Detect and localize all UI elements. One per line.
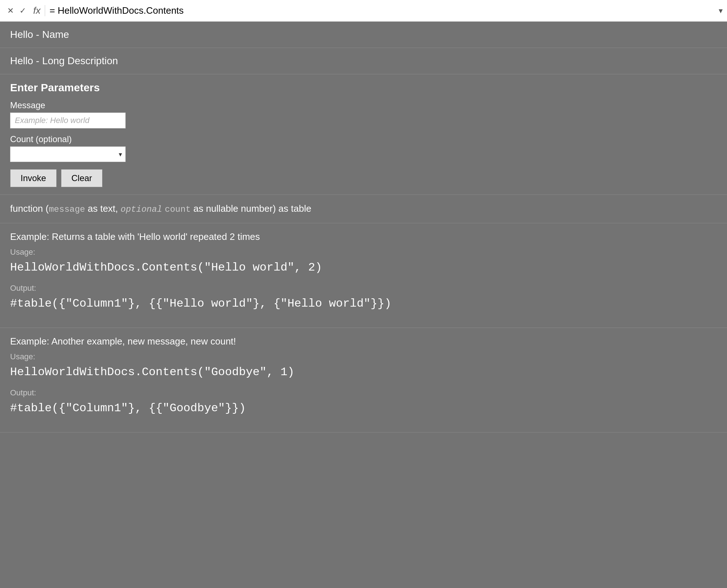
- cancel-button[interactable]: ✕: [4, 5, 17, 17]
- example2-title: Example: Another example, new message, n…: [10, 336, 717, 347]
- example1-usage-label: Usage:: [10, 247, 717, 257]
- example1-title: Example: Returns a table with 'Hello wor…: [10, 231, 717, 242]
- formula-input[interactable]: [49, 5, 719, 16]
- example2-section: Example: Another example, new message, n…: [0, 328, 727, 433]
- signature-param2-name: count: [165, 205, 191, 214]
- count-select-wrapper: ▾: [10, 146, 126, 162]
- formula-dropdown-icon[interactable]: ▾: [719, 6, 723, 16]
- signature-param2-space: [162, 203, 165, 214]
- signature-param1-name: message: [49, 205, 85, 214]
- name-section: Hello - Name: [0, 22, 727, 48]
- clear-button[interactable]: Clear: [61, 169, 103, 187]
- example1-section: Example: Returns a table with 'Hello wor…: [0, 223, 727, 328]
- confirm-button[interactable]: ✓: [17, 5, 29, 17]
- fx-label: fx: [33, 5, 45, 16]
- example1-usage-code: HelloWorldWithDocs.Contents("Hello world…: [10, 259, 717, 276]
- function-signature: function (message as text, optional coun…: [0, 195, 727, 223]
- message-label: Message: [10, 100, 717, 110]
- parameters-section: Enter Parameters Message Count (optional…: [0, 74, 727, 195]
- example2-usage-label: Usage:: [10, 352, 717, 361]
- signature-prefix: function (: [10, 203, 49, 214]
- signature-param2-optional: optional: [121, 205, 162, 214]
- name-title: Hello - Name: [10, 29, 69, 40]
- count-label: Count (optional): [10, 134, 717, 144]
- example2-output-code: #table({"Column1"}, {{"Goodbye"}}): [10, 400, 717, 417]
- invoke-button[interactable]: Invoke: [10, 169, 57, 187]
- example2-usage-code: HelloWorldWithDocs.Contents("Goodbye", 1…: [10, 364, 717, 381]
- formula-bar: ✕ ✓ fx ▾: [0, 0, 727, 22]
- signature-param2-suffix: as nullable number) as table: [191, 203, 312, 214]
- parameters-heading: Enter Parameters: [10, 82, 717, 94]
- message-input[interactable]: [10, 113, 126, 128]
- count-select[interactable]: [10, 146, 126, 162]
- signature-param1-mid: as text,: [85, 203, 121, 214]
- description-title: Hello - Long Description: [10, 55, 118, 66]
- example1-output-code: #table({"Column1"}, {{"Hello world"}, {"…: [10, 295, 717, 312]
- example2-output-label: Output:: [10, 388, 717, 398]
- example1-output-label: Output:: [10, 284, 717, 293]
- button-row: Invoke Clear: [10, 169, 717, 187]
- description-section: Hello - Long Description: [0, 48, 727, 74]
